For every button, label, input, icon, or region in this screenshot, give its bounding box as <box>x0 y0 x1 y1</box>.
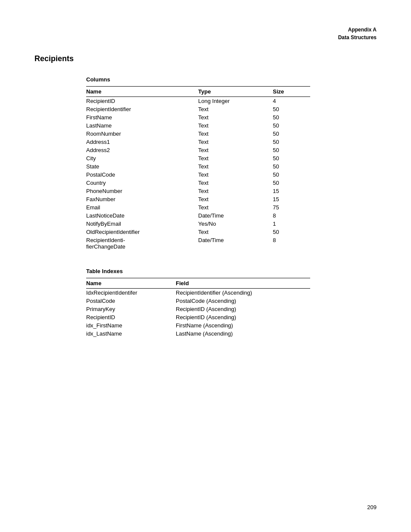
table-row: PostalCodeText50 <box>86 171 310 179</box>
columns-table-body: RecipientIDLong Integer4RecipientIdentif… <box>86 97 310 251</box>
idx-cell-name: IdxRecipientIdentifer <box>86 289 176 297</box>
col-header-size: Size <box>273 87 310 97</box>
col-cell-type: Text <box>198 195 273 203</box>
idx-cell-field: RecipientID (Ascending) <box>176 305 310 313</box>
table-row: OldRecipientIdentifierText50 <box>86 228 310 236</box>
idx-cell-field: LastName (Ascending) <box>176 330 310 338</box>
idx-cell-field: FirstName (Ascending) <box>176 321 310 330</box>
table-row: IdxRecipientIdentiferRecipientIdentifier… <box>86 289 310 297</box>
col-cell-type: Text <box>198 121 273 130</box>
columns-table: Name Type Size RecipientIDLong Integer4R… <box>86 86 310 251</box>
col-cell-name: RecipientIdenti-fierChangeDate <box>86 236 198 251</box>
col-cell-size: 50 <box>273 146 310 154</box>
col-cell-name: Country <box>86 179 198 187</box>
col-cell-type: Text <box>198 187 273 195</box>
col-cell-size: 50 <box>273 113 310 121</box>
col-cell-name: PostalCode <box>86 171 198 179</box>
idx-cell-name: PrimaryKey <box>86 305 176 313</box>
col-cell-type: Date/Time <box>198 212 273 220</box>
columns-table-header-row: Name Type Size <box>86 87 310 97</box>
col-cell-type: Text <box>198 130 273 138</box>
idx-cell-name: RecipientID <box>86 313 176 321</box>
table-row: StateText50 <box>86 162 310 171</box>
col-cell-size: 50 <box>273 138 310 146</box>
col-cell-size: 50 <box>273 154 310 162</box>
col-cell-name: LastNoticeDate <box>86 212 198 220</box>
col-cell-name: LastName <box>86 121 198 130</box>
idx-cell-name: idx_LastName <box>86 330 176 338</box>
indexes-table-body: IdxRecipientIdentiferRecipientIdentifier… <box>86 289 310 338</box>
idx-cell-name: PostalCode <box>86 297 176 305</box>
col-cell-type: Text <box>198 228 273 236</box>
table-row: Address2Text50 <box>86 146 310 154</box>
col-cell-type: Text <box>198 203 273 212</box>
indexes-table-header-row: Name Field <box>86 278 310 289</box>
col-cell-type: Text <box>198 171 273 179</box>
col-cell-size: 15 <box>273 195 310 203</box>
table-row: idx_LastNameLastName (Ascending) <box>86 330 310 338</box>
columns-section-title: Columns <box>86 76 377 83</box>
table-row: PostalCodePostalCode (Ascending) <box>86 297 310 305</box>
page-container: Appendix A Data Structures Recipients Co… <box>0 0 411 532</box>
col-cell-name: Address2 <box>86 146 198 154</box>
table-row: FaxNumberText15 <box>86 195 310 203</box>
col-cell-type: Date/Time <box>198 236 273 251</box>
col-cell-size: 50 <box>273 162 310 171</box>
data-structures-label: Data Structures <box>338 34 377 40</box>
col-cell-name: Address1 <box>86 138 198 146</box>
col-cell-size: 8 <box>273 212 310 220</box>
table-row: LastNameText50 <box>86 121 310 130</box>
table-row: CountryText50 <box>86 179 310 187</box>
idx-cell-field: RecipientIdentifier (Ascending) <box>176 289 310 297</box>
col-header-name: Name <box>86 87 198 97</box>
idx-cell-name: idx_FirstName <box>86 321 176 330</box>
table-row: idx_FirstNameFirstName (Ascending) <box>86 321 310 330</box>
table-row: PhoneNumberText15 <box>86 187 310 195</box>
col-cell-type: Text <box>198 146 273 154</box>
col-cell-size: 50 <box>273 105 310 113</box>
indexes-table: Name Field IdxRecipientIdentiferRecipien… <box>86 278 310 338</box>
col-cell-size: 1 <box>273 220 310 228</box>
col-cell-size: 8 <box>273 236 310 251</box>
page-header: Appendix A Data Structures <box>34 26 377 41</box>
table-row: CityText50 <box>86 154 310 162</box>
col-cell-name: FaxNumber <box>86 195 198 203</box>
col-cell-type: Text <box>198 179 273 187</box>
col-cell-type: Text <box>198 162 273 171</box>
col-cell-type: Text <box>198 154 273 162</box>
columns-section: Columns Name Type Size RecipientIDLong I… <box>86 76 377 251</box>
table-row: RecipientIdenti-fierChangeDateDate/Time8 <box>86 236 310 251</box>
col-cell-name: City <box>86 154 198 162</box>
col-cell-type: Text <box>198 105 273 113</box>
table-row: Address1Text50 <box>86 138 310 146</box>
table-row: EmailText75 <box>86 203 310 212</box>
col-cell-name: RoomNumber <box>86 130 198 138</box>
indexes-section: Table Indexes Name Field IdxRecipientIde… <box>86 268 377 338</box>
table-row: RecipientIDRecipientID (Ascending) <box>86 313 310 321</box>
table-row: RecipientIDLong Integer4 <box>86 97 310 106</box>
table-row: PrimaryKeyRecipientID (Ascending) <box>86 305 310 313</box>
col-cell-size: 50 <box>273 130 310 138</box>
col-cell-size: 15 <box>273 187 310 195</box>
page-title: Recipients <box>34 54 377 63</box>
appendix-label: Appendix A <box>348 27 377 33</box>
idx-header-field: Field <box>176 278 310 289</box>
col-cell-size: 75 <box>273 203 310 212</box>
table-row: RecipientIdentifierText50 <box>86 105 310 113</box>
col-cell-name: FirstName <box>86 113 198 121</box>
table-row: NotifyByEmailYes/No1 <box>86 220 310 228</box>
col-cell-type: Text <box>198 138 273 146</box>
col-cell-size: 50 <box>273 179 310 187</box>
col-header-type: Type <box>198 87 273 97</box>
page-number: 209 <box>367 504 377 510</box>
col-cell-size: 50 <box>273 228 310 236</box>
col-cell-name: NotifyByEmail <box>86 220 198 228</box>
col-cell-name: Email <box>86 203 198 212</box>
col-cell-size: 4 <box>273 97 310 106</box>
col-cell-name: OldRecipientIdentifier <box>86 228 198 236</box>
table-row: LastNoticeDateDate/Time8 <box>86 212 310 220</box>
col-cell-name: RecipientIdentifier <box>86 105 198 113</box>
col-cell-type: Text <box>198 113 273 121</box>
col-cell-size: 50 <box>273 121 310 130</box>
idx-header-name: Name <box>86 278 176 289</box>
